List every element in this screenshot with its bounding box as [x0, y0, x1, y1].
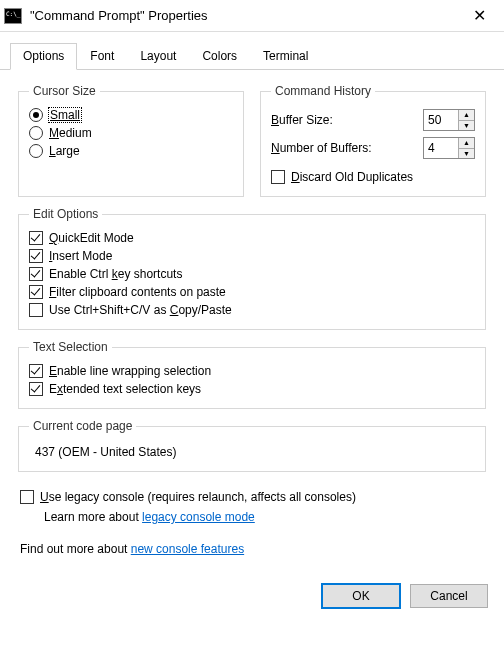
ok-button[interactable]: OK	[322, 584, 400, 608]
radio-icon	[29, 108, 43, 122]
tab-layout[interactable]: Layout	[127, 43, 189, 70]
findout-text: Find out more about new console features	[18, 536, 486, 566]
checkbox-icon	[20, 490, 34, 504]
radio-medium[interactable]: Medium	[29, 124, 233, 142]
extended-selection-check[interactable]: Extended text selection keys	[29, 380, 475, 398]
legacy-console-link[interactable]: legacy console mode	[142, 510, 255, 524]
insert-mode-check[interactable]: Insert Mode	[29, 247, 475, 265]
edit-options-group: Edit Options QuickEdit Mode Insert Mode …	[18, 207, 486, 330]
ctrlshift-copypaste-check[interactable]: Use Ctrl+Shift+C/V as Copy/Paste	[29, 301, 475, 319]
close-icon[interactable]: ✕	[463, 2, 496, 29]
checkbox-icon	[29, 285, 43, 299]
ctrl-shortcuts-check[interactable]: Enable Ctrl key shortcuts	[29, 265, 475, 283]
checkbox-icon	[29, 231, 43, 245]
command-history-group: Command History Buffer Size: ▲ ▼ Number …	[260, 84, 486, 197]
num-buffers-label: Number of Buffers:	[271, 141, 423, 155]
legacy-learn-text: Learn more about legacy console mode	[20, 506, 484, 530]
num-buffers-spinner[interactable]: ▲ ▼	[423, 137, 475, 159]
options-panel: Cursor Size Small Medium Large Command H…	[0, 70, 504, 576]
num-buffers-input[interactable]	[424, 138, 458, 158]
command-history-legend: Command History	[271, 84, 375, 98]
spin-up-icon[interactable]: ▲	[459, 138, 474, 149]
spin-down-icon[interactable]: ▼	[459, 121, 474, 131]
tabstrip: Options Font Layout Colors Terminal	[0, 32, 504, 70]
codepage-legend: Current code page	[29, 419, 136, 433]
radio-icon	[29, 144, 43, 158]
checkbox-icon	[271, 170, 285, 184]
checkbox-icon	[29, 267, 43, 281]
checkbox-icon	[29, 364, 43, 378]
legacy-console-check[interactable]: Use legacy console (requires relaunch, a…	[20, 488, 484, 506]
discard-duplicates-check[interactable]: Discard Old Duplicates	[271, 168, 475, 186]
spin-down-icon[interactable]: ▼	[459, 149, 474, 159]
tab-terminal[interactable]: Terminal	[250, 43, 321, 70]
window-title: "Command Prompt" Properties	[30, 8, 463, 23]
radio-icon	[29, 126, 43, 140]
codepage-group: Current code page 437 (OEM - United Stat…	[18, 419, 486, 472]
radio-small[interactable]: Small	[29, 106, 233, 124]
tab-colors[interactable]: Colors	[189, 43, 250, 70]
checkbox-icon	[29, 249, 43, 263]
radio-large[interactable]: Large	[29, 142, 233, 160]
linewrap-check[interactable]: Enable line wrapping selection	[29, 362, 475, 380]
buffer-size-label: Buffer Size:	[271, 113, 423, 127]
text-selection-legend: Text Selection	[29, 340, 112, 354]
quickedit-check[interactable]: QuickEdit Mode	[29, 229, 475, 247]
filter-clipboard-check[interactable]: Filter clipboard contents on paste	[29, 283, 475, 301]
cmd-icon	[4, 8, 22, 24]
titlebar: "Command Prompt" Properties ✕	[0, 0, 504, 32]
cursor-size-legend: Cursor Size	[29, 84, 100, 98]
new-console-features-link[interactable]: new console features	[131, 542, 244, 556]
spin-up-icon[interactable]: ▲	[459, 110, 474, 121]
codepage-value: 437 (OEM - United States)	[29, 441, 475, 461]
checkbox-icon	[29, 303, 43, 317]
edit-options-legend: Edit Options	[29, 207, 102, 221]
buffer-size-spinner[interactable]: ▲ ▼	[423, 109, 475, 131]
cursor-size-group: Cursor Size Small Medium Large	[18, 84, 244, 197]
tab-font[interactable]: Font	[77, 43, 127, 70]
text-selection-group: Text Selection Enable line wrapping sele…	[18, 340, 486, 409]
dialog-buttons: OK Cancel	[0, 576, 504, 622]
cancel-button[interactable]: Cancel	[410, 584, 488, 608]
checkbox-icon	[29, 382, 43, 396]
buffer-size-input[interactable]	[424, 110, 458, 130]
tab-options[interactable]: Options	[10, 43, 77, 70]
